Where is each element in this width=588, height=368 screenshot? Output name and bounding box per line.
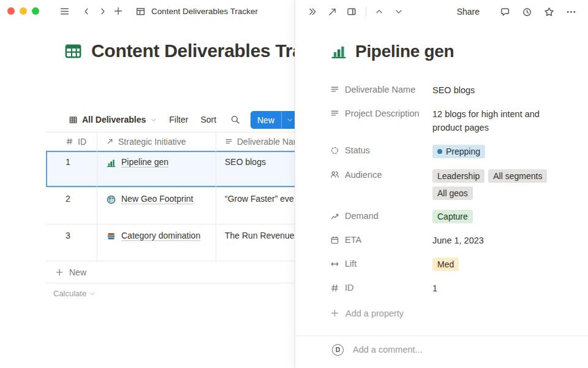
select-pill[interactable]: Capture [432, 210, 473, 223]
comment-bar: D [295, 335, 588, 364]
peek-page-title[interactable]: Pipeline gen [355, 42, 454, 61]
cell-initiative[interactable]: New Geo Footprint [97, 188, 216, 224]
property-list: Deliverable Name SEO blogs Project Descr… [330, 77, 573, 300]
comments-icon[interactable] [497, 4, 513, 20]
search-icon[interactable] [228, 112, 243, 127]
property-label[interactable]: ID [330, 280, 432, 296]
peek-toolbar: Share [295, 0, 588, 23]
sidebar-toggle-icon[interactable] [56, 3, 72, 19]
column-header-id[interactable]: ID [46, 132, 97, 150]
books-icon [106, 231, 116, 242]
previous-record-icon[interactable] [371, 4, 387, 20]
expand-page-icon[interactable] [324, 4, 340, 20]
page-table-icon[interactable] [64, 42, 83, 61]
table-header-row: ID Strategic Initiative Deliverable Name [46, 132, 295, 151]
page-title[interactable]: Content Deliverables Tracker [91, 40, 295, 61]
page-link[interactable]: Category domination [121, 231, 200, 240]
property-label[interactable]: Status [330, 143, 432, 158]
select-pill[interactable]: Med [432, 258, 459, 271]
new-record-button[interactable]: New [251, 111, 281, 129]
status-icon [330, 146, 339, 155]
user-avatar: D [332, 344, 344, 356]
more-options-icon[interactable] [563, 4, 579, 20]
bar-chart-icon[interactable] [330, 43, 347, 60]
property-value[interactable]: SEO blogs [432, 82, 573, 97]
sort-button[interactable]: Sort [200, 115, 216, 125]
filter-button[interactable]: Filter [169, 115, 188, 125]
view-toolbar: All Deliverables Filter Sort [69, 110, 269, 129]
page-link[interactable]: Pipeline gen [121, 157, 168, 167]
new-record-dropdown-button[interactable] [282, 111, 295, 129]
titlebar-document-title[interactable]: Content Deliverables Tracker [151, 7, 258, 16]
tag-pill[interactable]: Leadership [432, 169, 484, 183]
peek-title-row: Pipeline gen [330, 42, 573, 61]
cell-id[interactable]: 2 [46, 188, 97, 224]
property-value[interactable]: Capture [432, 209, 573, 224]
property-value[interactable]: Med [432, 256, 573, 272]
zoom-window-button[interactable] [32, 7, 39, 15]
property-row-status: Status Prepping [330, 139, 573, 163]
tag-pill[interactable]: All geos [432, 186, 473, 200]
people-icon [330, 170, 339, 179]
page-link[interactable]: New Geo Footprint [121, 194, 194, 204]
cell-deliverable[interactable]: SEO blogs [216, 151, 295, 187]
tag-list: Leadership All segments All geos [432, 169, 561, 200]
table-row[interactable]: 1 Pipeline gen SEO blogs [46, 151, 295, 188]
cell-deliverable[interactable]: The Run Revenue S [216, 224, 295, 261]
minimize-window-button[interactable] [20, 7, 27, 15]
property-row-audience: Audience Leadership All segments All geo… [330, 163, 573, 204]
new-page-button[interactable] [110, 3, 126, 19]
hash-icon [330, 283, 339, 293]
add-property-button[interactable]: Add a property [330, 305, 573, 322]
updates-history-icon[interactable] [519, 4, 535, 20]
line-chart-icon [330, 212, 339, 221]
forward-button[interactable] [94, 3, 110, 19]
cell-initiative[interactable]: Pipeline gen [97, 151, 216, 187]
property-row-deliverable-name: Deliverable Name SEO blogs [330, 77, 573, 101]
favorite-star-icon[interactable] [541, 4, 557, 20]
peek-panel: Share Pipeline gen [295, 0, 588, 368]
text-icon [330, 85, 339, 94]
relation-arrow-icon [106, 137, 114, 145]
property-value[interactable]: Prepping [432, 143, 573, 159]
cell-id[interactable]: 3 [46, 224, 97, 261]
calendar-icon [330, 236, 339, 245]
bar-chart-icon [106, 158, 116, 168]
side-peek-icon[interactable] [344, 4, 360, 20]
share-button[interactable]: Share [457, 7, 480, 17]
column-header-deliverable-name[interactable]: Deliverable Name [216, 132, 295, 150]
property-label[interactable]: Lift [330, 256, 432, 272]
tag-pill[interactable]: All segments [488, 169, 547, 183]
property-label[interactable]: Deliverable Name [330, 82, 432, 97]
property-label[interactable]: Audience [330, 167, 432, 182]
property-label[interactable]: Demand [330, 209, 432, 224]
new-row-button[interactable]: New [46, 261, 295, 283]
table-row[interactable]: 2 New Geo Footprint “Grow Faster” eve [46, 188, 295, 224]
close-peek-icon[interactable] [304, 4, 320, 20]
main-pane: Content Deliverables Tracker Content Del… [0, 0, 295, 368]
property-value[interactable]: 12 blogs for high intent and product pag… [432, 105, 552, 134]
property-row-project-description: Project Description 12 blogs for high in… [330, 101, 573, 139]
property-label[interactable]: ETA [330, 232, 432, 248]
cell-id[interactable]: 1 [46, 151, 97, 187]
view-tab-all-deliverables[interactable]: All Deliverables [69, 115, 157, 125]
back-button[interactable] [78, 3, 94, 19]
calculate-button[interactable]: Calculate [46, 289, 295, 298]
cell-deliverable[interactable]: “Grow Faster” eve [216, 188, 295, 224]
table-row[interactable]: 3 Category domination The Run Revenue S [46, 224, 295, 261]
comment-input[interactable] [352, 344, 573, 355]
text-icon [225, 137, 233, 145]
column-header-strategic-initiative[interactable]: Strategic Initiative [97, 132, 216, 150]
status-pill[interactable]: Prepping [432, 145, 485, 158]
property-value[interactable]: 1 [432, 280, 573, 296]
property-label[interactable]: Project Description [330, 105, 432, 121]
close-window-button[interactable] [7, 7, 15, 15]
property-value[interactable]: Leadership All segments All geos [432, 167, 573, 200]
chevron-down-icon [89, 291, 96, 297]
next-record-icon[interactable] [391, 4, 407, 20]
cell-initiative[interactable]: Category domination [97, 224, 216, 261]
chevron-down-icon [150, 117, 157, 123]
plus-icon [55, 268, 64, 277]
property-value[interactable]: June 1, 2023 [432, 232, 573, 248]
text-icon [330, 109, 339, 118]
